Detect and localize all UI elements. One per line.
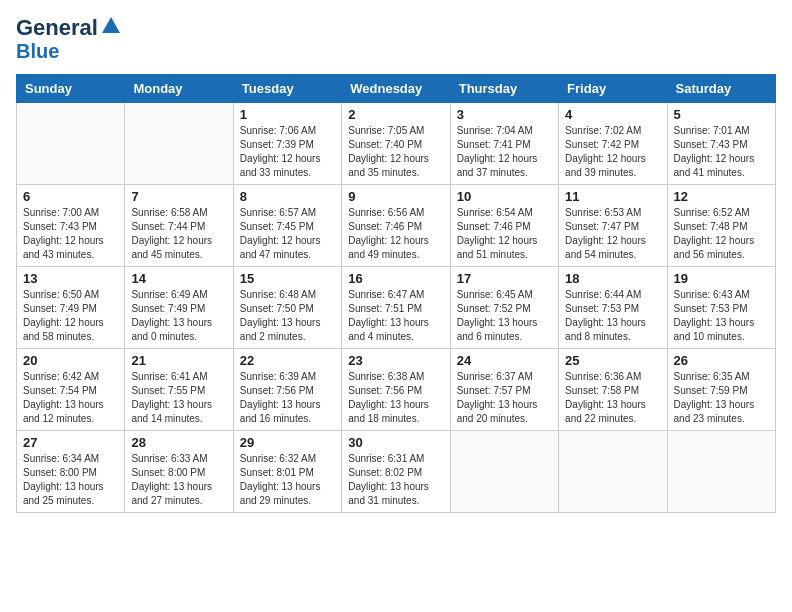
- calendar-week-row: 20Sunrise: 6:42 AM Sunset: 7:54 PM Dayli…: [17, 349, 776, 431]
- day-number: 8: [240, 189, 335, 204]
- day-number: 2: [348, 107, 443, 122]
- day-info: Sunrise: 7:02 AM Sunset: 7:42 PM Dayligh…: [565, 124, 660, 180]
- calendar-cell: 15Sunrise: 6:48 AM Sunset: 7:50 PM Dayli…: [233, 267, 341, 349]
- day-info: Sunrise: 6:49 AM Sunset: 7:49 PM Dayligh…: [131, 288, 226, 344]
- day-info: Sunrise: 6:41 AM Sunset: 7:55 PM Dayligh…: [131, 370, 226, 426]
- day-number: 27: [23, 435, 118, 450]
- day-number: 3: [457, 107, 552, 122]
- calendar-week-row: 27Sunrise: 6:34 AM Sunset: 8:00 PM Dayli…: [17, 431, 776, 513]
- day-info: Sunrise: 6:52 AM Sunset: 7:48 PM Dayligh…: [674, 206, 769, 262]
- day-number: 24: [457, 353, 552, 368]
- day-number: 28: [131, 435, 226, 450]
- day-info: Sunrise: 6:57 AM Sunset: 7:45 PM Dayligh…: [240, 206, 335, 262]
- calendar-cell: 19Sunrise: 6:43 AM Sunset: 7:53 PM Dayli…: [667, 267, 775, 349]
- day-info: Sunrise: 6:38 AM Sunset: 7:56 PM Dayligh…: [348, 370, 443, 426]
- calendar-cell: 5Sunrise: 7:01 AM Sunset: 7:43 PM Daylig…: [667, 103, 775, 185]
- calendar-table: SundayMondayTuesdayWednesdayThursdayFrid…: [16, 74, 776, 513]
- logo: General Blue: [16, 16, 122, 62]
- day-number: 9: [348, 189, 443, 204]
- weekday-header-friday: Friday: [559, 75, 667, 103]
- day-number: 5: [674, 107, 769, 122]
- calendar-cell: [559, 431, 667, 513]
- day-info: Sunrise: 6:43 AM Sunset: 7:53 PM Dayligh…: [674, 288, 769, 344]
- day-number: 12: [674, 189, 769, 204]
- day-info: Sunrise: 6:54 AM Sunset: 7:46 PM Dayligh…: [457, 206, 552, 262]
- calendar-cell: 11Sunrise: 6:53 AM Sunset: 7:47 PM Dayli…: [559, 185, 667, 267]
- day-info: Sunrise: 7:05 AM Sunset: 7:40 PM Dayligh…: [348, 124, 443, 180]
- day-info: Sunrise: 6:33 AM Sunset: 8:00 PM Dayligh…: [131, 452, 226, 508]
- day-number: 14: [131, 271, 226, 286]
- weekday-header-sunday: Sunday: [17, 75, 125, 103]
- day-number: 25: [565, 353, 660, 368]
- calendar-cell: 9Sunrise: 6:56 AM Sunset: 7:46 PM Daylig…: [342, 185, 450, 267]
- day-number: 19: [674, 271, 769, 286]
- day-info: Sunrise: 6:31 AM Sunset: 8:02 PM Dayligh…: [348, 452, 443, 508]
- weekday-header-monday: Monday: [125, 75, 233, 103]
- day-number: 23: [348, 353, 443, 368]
- weekday-header-thursday: Thursday: [450, 75, 558, 103]
- day-info: Sunrise: 6:48 AM Sunset: 7:50 PM Dayligh…: [240, 288, 335, 344]
- calendar-cell: 21Sunrise: 6:41 AM Sunset: 7:55 PM Dayli…: [125, 349, 233, 431]
- calendar-cell: 26Sunrise: 6:35 AM Sunset: 7:59 PM Dayli…: [667, 349, 775, 431]
- day-info: Sunrise: 6:35 AM Sunset: 7:59 PM Dayligh…: [674, 370, 769, 426]
- day-number: 22: [240, 353, 335, 368]
- calendar-cell: 1Sunrise: 7:06 AM Sunset: 7:39 PM Daylig…: [233, 103, 341, 185]
- day-number: 30: [348, 435, 443, 450]
- day-info: Sunrise: 6:45 AM Sunset: 7:52 PM Dayligh…: [457, 288, 552, 344]
- day-info: Sunrise: 7:01 AM Sunset: 7:43 PM Dayligh…: [674, 124, 769, 180]
- day-number: 1: [240, 107, 335, 122]
- weekday-header-wednesday: Wednesday: [342, 75, 450, 103]
- calendar-cell: 24Sunrise: 6:37 AM Sunset: 7:57 PM Dayli…: [450, 349, 558, 431]
- page-header: General Blue: [16, 16, 776, 62]
- calendar-cell: 4Sunrise: 7:02 AM Sunset: 7:42 PM Daylig…: [559, 103, 667, 185]
- calendar-week-row: 1Sunrise: 7:06 AM Sunset: 7:39 PM Daylig…: [17, 103, 776, 185]
- calendar-cell: 25Sunrise: 6:36 AM Sunset: 7:58 PM Dayli…: [559, 349, 667, 431]
- calendar-cell: 28Sunrise: 6:33 AM Sunset: 8:00 PM Dayli…: [125, 431, 233, 513]
- calendar-cell: 22Sunrise: 6:39 AM Sunset: 7:56 PM Dayli…: [233, 349, 341, 431]
- day-number: 26: [674, 353, 769, 368]
- calendar-cell: 10Sunrise: 6:54 AM Sunset: 7:46 PM Dayli…: [450, 185, 558, 267]
- day-number: 11: [565, 189, 660, 204]
- calendar-cell: 18Sunrise: 6:44 AM Sunset: 7:53 PM Dayli…: [559, 267, 667, 349]
- calendar-cell: 8Sunrise: 6:57 AM Sunset: 7:45 PM Daylig…: [233, 185, 341, 267]
- weekday-header-row: SundayMondayTuesdayWednesdayThursdayFrid…: [17, 75, 776, 103]
- day-info: Sunrise: 7:06 AM Sunset: 7:39 PM Dayligh…: [240, 124, 335, 180]
- day-number: 4: [565, 107, 660, 122]
- calendar-cell: 30Sunrise: 6:31 AM Sunset: 8:02 PM Dayli…: [342, 431, 450, 513]
- day-info: Sunrise: 6:36 AM Sunset: 7:58 PM Dayligh…: [565, 370, 660, 426]
- calendar-week-row: 6Sunrise: 7:00 AM Sunset: 7:43 PM Daylig…: [17, 185, 776, 267]
- day-number: 29: [240, 435, 335, 450]
- day-info: Sunrise: 6:56 AM Sunset: 7:46 PM Dayligh…: [348, 206, 443, 262]
- logo-icon: [100, 15, 122, 37]
- calendar-cell: 23Sunrise: 6:38 AM Sunset: 7:56 PM Dayli…: [342, 349, 450, 431]
- calendar-cell: 3Sunrise: 7:04 AM Sunset: 7:41 PM Daylig…: [450, 103, 558, 185]
- day-number: 16: [348, 271, 443, 286]
- calendar-cell: [667, 431, 775, 513]
- day-info: Sunrise: 6:39 AM Sunset: 7:56 PM Dayligh…: [240, 370, 335, 426]
- day-number: 15: [240, 271, 335, 286]
- calendar-cell: 2Sunrise: 7:05 AM Sunset: 7:40 PM Daylig…: [342, 103, 450, 185]
- day-info: Sunrise: 6:37 AM Sunset: 7:57 PM Dayligh…: [457, 370, 552, 426]
- calendar-cell: 14Sunrise: 6:49 AM Sunset: 7:49 PM Dayli…: [125, 267, 233, 349]
- day-number: 17: [457, 271, 552, 286]
- calendar-cell: 13Sunrise: 6:50 AM Sunset: 7:49 PM Dayli…: [17, 267, 125, 349]
- day-info: Sunrise: 6:50 AM Sunset: 7:49 PM Dayligh…: [23, 288, 118, 344]
- day-info: Sunrise: 7:00 AM Sunset: 7:43 PM Dayligh…: [23, 206, 118, 262]
- day-number: 10: [457, 189, 552, 204]
- calendar-cell: 16Sunrise: 6:47 AM Sunset: 7:51 PM Dayli…: [342, 267, 450, 349]
- calendar-cell: [125, 103, 233, 185]
- day-info: Sunrise: 6:34 AM Sunset: 8:00 PM Dayligh…: [23, 452, 118, 508]
- day-info: Sunrise: 6:32 AM Sunset: 8:01 PM Dayligh…: [240, 452, 335, 508]
- calendar-cell: 12Sunrise: 6:52 AM Sunset: 7:48 PM Dayli…: [667, 185, 775, 267]
- calendar-cell: [450, 431, 558, 513]
- day-number: 18: [565, 271, 660, 286]
- calendar-week-row: 13Sunrise: 6:50 AM Sunset: 7:49 PM Dayli…: [17, 267, 776, 349]
- day-number: 21: [131, 353, 226, 368]
- day-number: 6: [23, 189, 118, 204]
- svg-marker-0: [102, 17, 120, 33]
- calendar-cell: 29Sunrise: 6:32 AM Sunset: 8:01 PM Dayli…: [233, 431, 341, 513]
- calendar-cell: 7Sunrise: 6:58 AM Sunset: 7:44 PM Daylig…: [125, 185, 233, 267]
- calendar-cell: 17Sunrise: 6:45 AM Sunset: 7:52 PM Dayli…: [450, 267, 558, 349]
- weekday-header-saturday: Saturday: [667, 75, 775, 103]
- logo-blue: Blue: [16, 40, 59, 62]
